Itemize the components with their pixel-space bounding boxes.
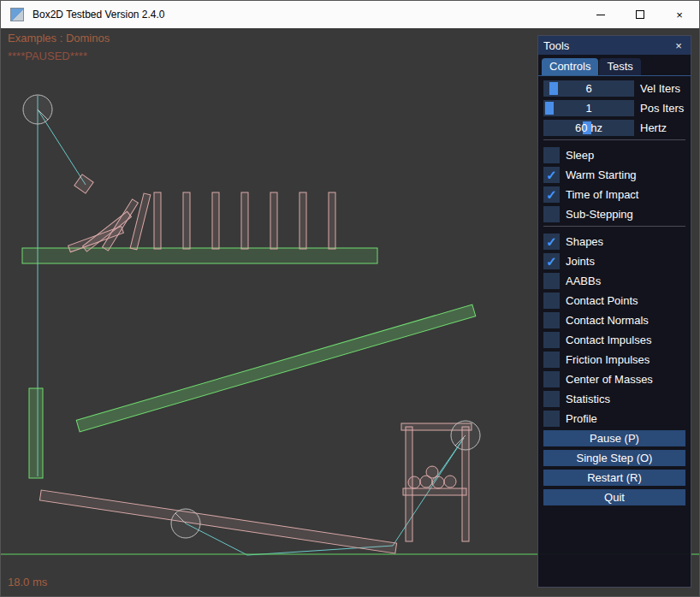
domino[interactable]	[241, 192, 248, 249]
vel-iters-label: Vel Iters	[640, 82, 680, 95]
domino[interactable]	[154, 192, 161, 249]
checkbox-row-contact-normals: Contact Normals	[543, 312, 685, 328]
aabbs-checkbox[interactable]	[543, 273, 560, 289]
sub-stepping-label: Sub-Stepping	[566, 208, 633, 221]
sleep-checkbox[interactable]	[543, 147, 560, 163]
small-ball[interactable]	[408, 476, 420, 488]
pos-iters-slider[interactable]: 1	[543, 100, 634, 116]
hanging-box[interactable]	[74, 174, 93, 193]
pos-iters-label: Pos Iters	[640, 102, 684, 115]
statistics-checkbox[interactable]	[543, 391, 560, 407]
small-ball[interactable]	[444, 476, 456, 488]
checkbox-row-aabbs: AABBs	[543, 273, 685, 289]
example-label: Examples : Dominos	[8, 32, 110, 44]
app-icon	[10, 8, 24, 21]
warm-starting-label: Warm Starting	[566, 168, 637, 181]
contact-normals-checkbox[interactable]	[543, 312, 560, 328]
checkbox-row-time-of-impact: ✓ Time of Impact	[543, 186, 685, 203]
close-button[interactable]: ×	[660, 1, 699, 28]
separator	[543, 226, 685, 227]
hertz-label: Hertz	[640, 121, 667, 134]
single-step-button[interactable]: Single Step (O)	[543, 450, 685, 466]
checkbox-row-sleep: Sleep	[543, 147, 685, 163]
tools-panel-titlebar[interactable]: Tools ×	[538, 36, 691, 55]
aabbs-label: AABBs	[566, 275, 601, 287]
domino[interactable]	[329, 192, 335, 249]
simulation-canvas[interactable]: Examples : Dominos ****PAUSED**** 18.0 m…	[1, 28, 699, 596]
friction-impulses-label: Friction Impulses	[566, 353, 650, 366]
quit-button[interactable]: Quit	[543, 489, 685, 505]
shapes-checkbox[interactable]: ✓	[543, 233, 560, 250]
contact-points-checkbox[interactable]	[543, 293, 560, 309]
statistics-label: Statistics	[566, 393, 610, 405]
tools-panel: Tools × Controls Tests 6 Vel Iters	[537, 35, 691, 588]
joints-label: Joints	[566, 255, 595, 268]
checkbox-row-profile: Profile	[543, 411, 685, 427]
friction-impulses-checkbox[interactable]	[543, 352, 560, 368]
warm-starting-checkbox[interactable]: ✓	[543, 167, 560, 183]
seesaw-plank[interactable]	[39, 490, 396, 553]
window-titlebar[interactable]: Box2D Testbed Version 2.4.0 ×	[1, 1, 699, 28]
domino[interactable]	[300, 192, 306, 249]
contact-impulses-checkbox[interactable]	[543, 332, 560, 348]
domino[interactable]	[212, 192, 219, 249]
window-title: Box2D Testbed Version 2.4.0	[33, 9, 165, 21]
checkbox-row-center-of-masses: Center of Masses	[543, 371, 685, 387]
contact-impulses-label: Contact Impulses	[566, 334, 651, 346]
vertical-block	[29, 388, 43, 478]
hertz-value: 60 hz	[543, 120, 634, 136]
vel-iters-slider[interactable]: 6	[543, 80, 634, 97]
restart-button[interactable]: Restart (R)	[543, 470, 685, 486]
vel-iters-value: 6	[543, 80, 634, 97]
checkbox-row-joints: ✓ Joints	[543, 253, 685, 269]
tab-tests[interactable]: Tests	[599, 58, 640, 75]
domino[interactable]	[183, 192, 190, 249]
frame-mid-bar[interactable]	[403, 488, 466, 495]
slider-row-pos-iters: 1 Pos Iters	[543, 100, 685, 116]
pause-button[interactable]: Pause (P)	[543, 430, 685, 446]
dynamic-bodies[interactable]	[39, 174, 472, 553]
check-icon: ✓	[546, 168, 557, 182]
small-ball[interactable]	[426, 466, 438, 478]
tools-close-icon[interactable]: ×	[672, 39, 685, 52]
maximize-button[interactable]	[620, 1, 660, 28]
paused-status: ****PAUSED****	[8, 50, 87, 62]
time-of-impact-checkbox[interactable]: ✓	[543, 186, 560, 203]
minimize-icon	[596, 15, 605, 15]
joints-checkbox[interactable]: ✓	[543, 253, 560, 269]
tools-panel-title: Tools	[543, 39, 569, 52]
shapes-label: Shapes	[566, 235, 603, 248]
checkbox-row-sub-stepping: Sub-Stepping	[543, 206, 685, 222]
slider-row-vel-iters: 6 Vel Iters	[543, 80, 685, 97]
sleep-label: Sleep	[566, 149, 594, 162]
checkbox-row-warm-starting: ✓ Warm Starting	[543, 167, 685, 183]
close-icon: ×	[676, 9, 683, 21]
time-of-impact-label: Time of Impact	[566, 188, 638, 201]
hertz-slider[interactable]: 60 hz	[543, 120, 634, 136]
center-of-masses-checkbox[interactable]	[543, 371, 560, 387]
domino[interactable]	[270, 192, 277, 249]
tab-controls[interactable]: Controls	[542, 58, 598, 75]
center-of-masses-label: Center of Masses	[566, 373, 653, 386]
checkbox-row-friction-impulses: Friction Impulses	[543, 352, 685, 368]
profile-checkbox[interactable]	[543, 411, 560, 427]
minimize-button[interactable]	[581, 1, 620, 28]
profile-label: Profile	[566, 412, 597, 425]
check-icon: ✓	[546, 187, 557, 202]
app-window: Box2D Testbed Version 2.4.0 ×	[0, 0, 700, 597]
slider-row-hertz: 60 hz Hertz	[543, 120, 685, 136]
contact-normals-label: Contact Normals	[566, 314, 649, 327]
sub-stepping-checkbox[interactable]	[543, 206, 560, 222]
tools-tabbar: Controls Tests	[538, 55, 691, 76]
checkbox-row-statistics: Statistics	[543, 391, 685, 407]
contact-points-label: Contact Points	[566, 294, 638, 307]
angled-plank	[76, 304, 476, 432]
check-icon: ✓	[546, 234, 557, 249]
pos-iters-value: 1	[543, 100, 634, 116]
frame-time: 18.0 ms	[8, 576, 47, 588]
checkbox-row-shapes: ✓ Shapes	[543, 233, 685, 250]
checkbox-row-contact-points: Contact Points	[543, 293, 685, 309]
check-icon: ✓	[546, 254, 557, 269]
checkbox-row-contact-impulses: Contact Impulses	[543, 332, 685, 348]
separator	[543, 139, 685, 140]
